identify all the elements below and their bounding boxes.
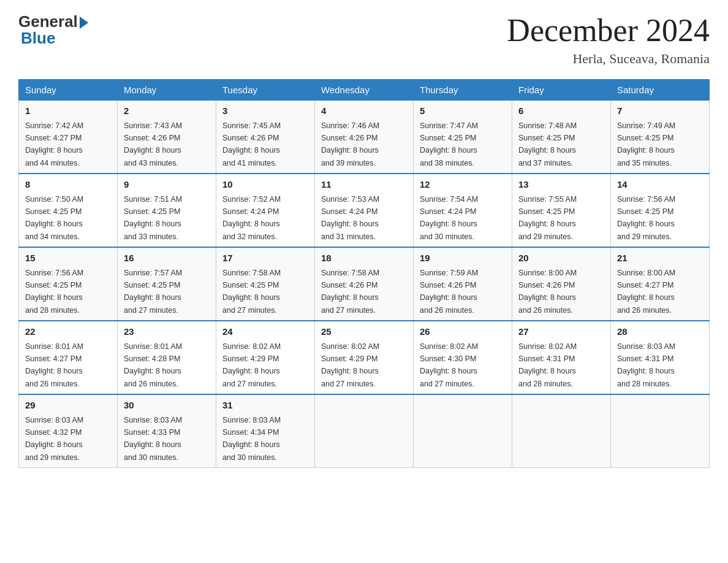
calendar-cell: 15Sunrise: 7:56 AMSunset: 4:25 PMDayligh… [19, 247, 118, 321]
day-info: Sunrise: 7:50 AMSunset: 4:25 PMDaylight:… [25, 195, 83, 241]
day-info: Sunrise: 8:03 AMSunset: 4:33 PMDaylight:… [124, 416, 182, 462]
calendar-week-row: 15Sunrise: 7:56 AMSunset: 4:25 PMDayligh… [19, 247, 710, 321]
day-info: Sunrise: 7:53 AMSunset: 4:24 PMDaylight:… [321, 195, 379, 241]
day-info: Sunrise: 7:55 AMSunset: 4:25 PMDaylight:… [518, 195, 577, 241]
day-info: Sunrise: 8:03 AMSunset: 4:34 PMDaylight:… [222, 416, 281, 462]
logo-blue-text: Blue [18, 29, 55, 48]
day-info: Sunrise: 7:42 AMSunset: 4:27 PMDaylight:… [25, 121, 83, 167]
location-title: Herla, Suceava, Romania [507, 51, 710, 67]
day-info: Sunrise: 8:01 AMSunset: 4:27 PMDaylight:… [25, 342, 83, 388]
calendar-week-row: 22Sunrise: 8:01 AMSunset: 4:27 PMDayligh… [19, 321, 710, 394]
calendar-cell: 18Sunrise: 7:58 AMSunset: 4:26 PMDayligh… [315, 247, 414, 321]
day-number: 7 [617, 104, 703, 118]
day-number: 27 [518, 325, 604, 339]
day-number: 11 [321, 178, 407, 192]
calendar-cell: 23Sunrise: 8:01 AMSunset: 4:28 PMDayligh… [118, 321, 216, 394]
day-number: 21 [617, 251, 703, 266]
day-number: 18 [321, 251, 407, 266]
calendar-cell: 1Sunrise: 7:42 AMSunset: 4:27 PMDaylight… [19, 101, 118, 174]
day-number: 2 [124, 104, 210, 118]
day-info: Sunrise: 8:00 AMSunset: 4:26 PMDaylight:… [518, 269, 577, 315]
day-info: Sunrise: 7:49 AMSunset: 4:25 PMDaylight:… [617, 121, 675, 167]
day-number: 8 [25, 178, 111, 192]
day-number: 9 [124, 178, 210, 192]
day-info: Sunrise: 7:58 AMSunset: 4:26 PMDaylight:… [321, 269, 379, 315]
page-header: General Blue December 2024 Herla, Suceav… [18, 12, 710, 67]
day-number: 6 [518, 104, 604, 118]
day-number: 26 [420, 325, 506, 339]
day-number: 25 [321, 325, 407, 339]
title-block: December 2024 Herla, Suceava, Romania [507, 12, 710, 67]
calendar-cell: 29Sunrise: 8:03 AMSunset: 4:32 PMDayligh… [19, 394, 118, 468]
calendar-cell: 3Sunrise: 7:45 AMSunset: 4:26 PMDaylight… [216, 101, 315, 174]
day-info: Sunrise: 7:54 AMSunset: 4:24 PMDaylight:… [420, 195, 478, 241]
day-info: Sunrise: 7:57 AMSunset: 4:25 PMDaylight:… [124, 269, 182, 315]
calendar-cell: 4Sunrise: 7:46 AMSunset: 4:26 PMDaylight… [315, 101, 414, 174]
calendar-cell: 21Sunrise: 8:00 AMSunset: 4:27 PMDayligh… [611, 247, 710, 321]
day-number: 30 [124, 399, 210, 413]
calendar-cell: 24Sunrise: 8:02 AMSunset: 4:29 PMDayligh… [216, 321, 315, 394]
calendar-cell: 6Sunrise: 7:48 AMSunset: 4:25 PMDaylight… [512, 101, 611, 174]
calendar-cell: 12Sunrise: 7:54 AMSunset: 4:24 PMDayligh… [414, 174, 512, 247]
calendar-cell [512, 394, 611, 468]
calendar-cell [414, 394, 512, 468]
calendar-header-row: SundayMondayTuesdayWednesdayThursdayFrid… [19, 80, 710, 101]
calendar-cell: 26Sunrise: 8:02 AMSunset: 4:30 PMDayligh… [414, 321, 512, 394]
day-number: 19 [420, 251, 506, 266]
day-info: Sunrise: 8:02 AMSunset: 4:29 PMDaylight:… [222, 342, 281, 388]
calendar-cell: 25Sunrise: 8:02 AMSunset: 4:29 PMDayligh… [315, 321, 414, 394]
header-thursday: Thursday [414, 80, 512, 101]
calendar-cell: 7Sunrise: 7:49 AMSunset: 4:25 PMDaylight… [611, 101, 710, 174]
day-number: 22 [25, 325, 111, 339]
calendar-cell: 11Sunrise: 7:53 AMSunset: 4:24 PMDayligh… [315, 174, 414, 247]
calendar-cell: 27Sunrise: 8:02 AMSunset: 4:31 PMDayligh… [512, 321, 611, 394]
day-info: Sunrise: 7:56 AMSunset: 4:25 PMDaylight:… [25, 269, 83, 315]
day-info: Sunrise: 8:02 AMSunset: 4:30 PMDaylight:… [420, 342, 478, 388]
calendar-cell: 30Sunrise: 8:03 AMSunset: 4:33 PMDayligh… [118, 394, 216, 468]
calendar-week-row: 8Sunrise: 7:50 AMSunset: 4:25 PMDaylight… [19, 174, 710, 247]
day-number: 15 [25, 251, 111, 266]
day-info: Sunrise: 7:58 AMSunset: 4:25 PMDaylight:… [222, 269, 281, 315]
calendar-cell: 5Sunrise: 7:47 AMSunset: 4:25 PMDaylight… [414, 101, 512, 174]
day-info: Sunrise: 7:48 AMSunset: 4:25 PMDaylight:… [518, 121, 577, 167]
day-number: 4 [321, 104, 407, 118]
day-info: Sunrise: 8:03 AMSunset: 4:32 PMDaylight:… [25, 416, 83, 462]
header-saturday: Saturday [611, 80, 710, 101]
header-monday: Monday [118, 80, 216, 101]
header-wednesday: Wednesday [315, 80, 414, 101]
calendar-cell: 10Sunrise: 7:52 AMSunset: 4:24 PMDayligh… [216, 174, 315, 247]
calendar-table: SundayMondayTuesdayWednesdayThursdayFrid… [18, 79, 710, 468]
day-number: 12 [420, 178, 506, 192]
calendar-cell: 9Sunrise: 7:51 AMSunset: 4:25 PMDaylight… [118, 174, 216, 247]
day-info: Sunrise: 8:01 AMSunset: 4:28 PMDaylight:… [124, 342, 182, 388]
day-info: Sunrise: 7:51 AMSunset: 4:25 PMDaylight:… [124, 195, 182, 241]
day-number: 17 [222, 251, 308, 266]
day-number: 28 [617, 325, 703, 339]
day-number: 5 [420, 104, 506, 118]
day-info: Sunrise: 7:43 AMSunset: 4:26 PMDaylight:… [124, 121, 182, 167]
calendar-cell: 2Sunrise: 7:43 AMSunset: 4:26 PMDaylight… [118, 101, 216, 174]
calendar-cell: 13Sunrise: 7:55 AMSunset: 4:25 PMDayligh… [512, 174, 611, 247]
calendar-cell: 31Sunrise: 8:03 AMSunset: 4:34 PMDayligh… [216, 394, 315, 468]
day-number: 24 [222, 325, 308, 339]
header-friday: Friday [512, 80, 611, 101]
header-sunday: Sunday [19, 80, 118, 101]
calendar-cell [315, 394, 414, 468]
day-number: 1 [25, 104, 111, 118]
calendar-cell: 19Sunrise: 7:59 AMSunset: 4:26 PMDayligh… [414, 247, 512, 321]
day-info: Sunrise: 7:47 AMSunset: 4:25 PMDaylight:… [420, 121, 478, 167]
calendar-week-row: 29Sunrise: 8:03 AMSunset: 4:32 PMDayligh… [19, 394, 710, 468]
day-info: Sunrise: 8:02 AMSunset: 4:31 PMDaylight:… [518, 342, 577, 388]
calendar-cell: 16Sunrise: 7:57 AMSunset: 4:25 PMDayligh… [118, 247, 216, 321]
day-info: Sunrise: 8:02 AMSunset: 4:29 PMDaylight:… [321, 342, 379, 388]
day-info: Sunrise: 7:46 AMSunset: 4:26 PMDaylight:… [321, 121, 379, 167]
day-number: 10 [222, 178, 308, 192]
calendar-cell: 28Sunrise: 8:03 AMSunset: 4:31 PMDayligh… [611, 321, 710, 394]
day-info: Sunrise: 8:03 AMSunset: 4:31 PMDaylight:… [617, 342, 675, 388]
day-info: Sunrise: 7:56 AMSunset: 4:25 PMDaylight:… [617, 195, 675, 241]
calendar-cell: 17Sunrise: 7:58 AMSunset: 4:25 PMDayligh… [216, 247, 315, 321]
calendar-cell: 8Sunrise: 7:50 AMSunset: 4:25 PMDaylight… [19, 174, 118, 247]
day-number: 23 [124, 325, 210, 339]
header-tuesday: Tuesday [216, 80, 315, 101]
day-number: 16 [124, 251, 210, 266]
